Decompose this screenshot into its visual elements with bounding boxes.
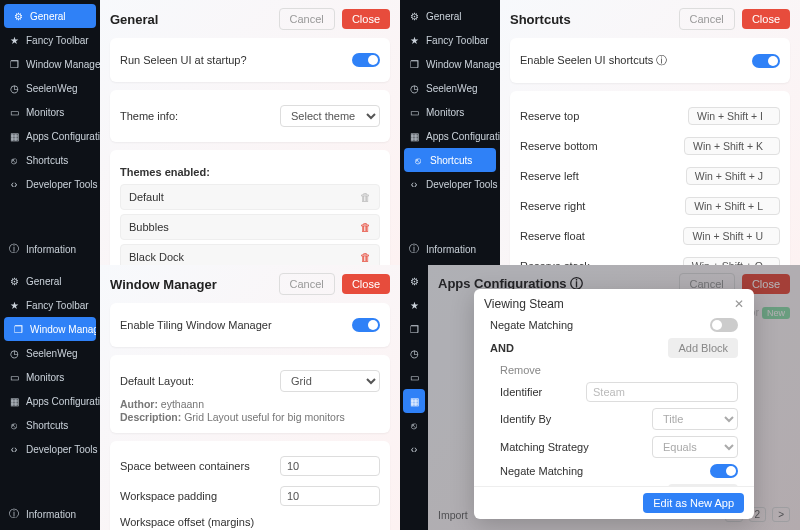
sidebar-item-monitors[interactable]: ▭Monitors: [400, 100, 500, 124]
author-value: eythaann: [161, 398, 204, 410]
shortcut-key[interactable]: Win + Shift + L: [685, 197, 780, 215]
sidebar-item-dev-tools[interactable]: ‹›Developer Tools: [0, 172, 100, 196]
sidebar-item-information[interactable]: ⓘInformation: [400, 237, 500, 261]
identify-by-select[interactable]: Title: [652, 408, 738, 430]
sidebar-item-general[interactable]: ⚙General: [400, 4, 500, 28]
sidebar-item-label: Fancy Toolbar: [26, 300, 89, 311]
close-icon[interactable]: ✕: [734, 297, 744, 311]
sidebar-item-seelenweg[interactable]: ◷SeelenWeg: [0, 76, 100, 100]
sidebar-item-dev-tools[interactable]: ‹›Developer Tools: [0, 437, 100, 461]
theme-item[interactable]: Default🗑: [120, 184, 380, 210]
sidebar-item-general[interactable]: ⚙General: [0, 269, 100, 293]
star-icon: ★: [8, 299, 20, 311]
window-icon: ❐: [12, 323, 24, 335]
sidebar-item-window-manager[interactable]: ❐Window Manager: [4, 317, 96, 341]
sidebar-item-fancy-toolbar[interactable]: ★: [400, 293, 428, 317]
theme-name: Bubbles: [129, 221, 169, 233]
sidebar-item-apps-config[interactable]: ▦Apps Configurations: [0, 124, 100, 148]
enable-wm-toggle[interactable]: [352, 318, 380, 332]
sidebar-item-label: Window Manager: [30, 324, 96, 335]
cancel-button[interactable]: Cancel: [679, 8, 735, 30]
delete-icon[interactable]: 🗑: [360, 221, 371, 233]
sidebar-item-dev-tools[interactable]: ‹›Developer Tools: [400, 172, 500, 196]
sidebar-item-apps-config[interactable]: ▦Apps Configurations: [400, 124, 500, 148]
sidebar-item-apps-config[interactable]: ▦: [403, 389, 425, 413]
sidebar-item-monitors[interactable]: ▭Monitors: [0, 100, 100, 124]
identifier-input[interactable]: [586, 382, 738, 402]
sidebar-item-fancy-toolbar[interactable]: ★Fancy Toolbar: [400, 28, 500, 52]
sidebar-item-fancy-toolbar[interactable]: ★Fancy Toolbar: [0, 293, 100, 317]
sidebar-item-window-manager[interactable]: ❐: [400, 317, 428, 341]
window-icon: ❐: [408, 58, 420, 70]
add-block-button[interactable]: Add Block: [668, 338, 738, 358]
cancel-button[interactable]: Cancel: [279, 273, 335, 295]
space-input[interactable]: [280, 456, 380, 476]
sidebar-item-general[interactable]: ⚙General: [4, 4, 96, 28]
sidebar-item-information[interactable]: ⓘInformation: [0, 237, 100, 261]
shortcut-label: Reserve left: [520, 170, 579, 182]
sidebar-item-label: Monitors: [26, 372, 64, 383]
strategy-select[interactable]: Equals: [652, 436, 738, 458]
shortcut-key[interactable]: Win + Shift + I: [688, 107, 780, 125]
sidebar-item-label: Shortcuts: [26, 155, 68, 166]
negate-toggle-2[interactable]: [710, 464, 738, 478]
shortcut-label: Reserve top: [520, 110, 579, 122]
monitor-icon: ▭: [408, 371, 420, 383]
sidebar-item-monitors[interactable]: ▭Monitors: [0, 365, 100, 389]
sidebar-item-monitors[interactable]: ▭: [400, 365, 428, 389]
theme-item[interactable]: Bubbles🗑: [120, 214, 380, 240]
sidebar: ⚙General ★Fancy Toolbar ❐Window Manager …: [0, 0, 100, 265]
layout-select[interactable]: Grid: [280, 370, 380, 392]
sidebar: ⚙General ★Fancy Toolbar ❐Window Manager …: [400, 0, 500, 265]
code-icon: ‹›: [408, 178, 420, 190]
wm-content: Window Manager Cancel Close Enable Tilin…: [100, 265, 400, 530]
theme-item[interactable]: Black Dock🗑: [120, 244, 380, 265]
themes-enabled-label: Themes enabled:: [120, 166, 380, 178]
startup-toggle[interactable]: [352, 53, 380, 67]
sidebar-item-seelenweg[interactable]: ◷SeelenWeg: [0, 341, 100, 365]
strategy-label: Matching Strategy: [500, 441, 589, 453]
shortcut-key[interactable]: Win + Shift + J: [686, 167, 780, 185]
sidebar-item-dev-tools[interactable]: ‹›: [400, 437, 428, 461]
sidebar-item-window-manager[interactable]: ❐Window Manager: [400, 52, 500, 76]
page-title: Window Manager: [110, 277, 217, 292]
startup-label: Run Seleen UI at startup?: [120, 54, 247, 66]
negate-toggle[interactable]: [710, 318, 738, 332]
close-button[interactable]: Close: [342, 9, 390, 29]
sidebar-item-fancy-toolbar[interactable]: ★Fancy Toolbar: [0, 28, 100, 52]
info-icon: ⓘ: [8, 243, 20, 255]
monitor-icon: ▭: [8, 106, 20, 118]
sidebar-item-label: Shortcuts: [430, 155, 472, 166]
sidebar-item-shortcuts[interactable]: ⎋Shortcuts: [0, 148, 100, 172]
info-icon: ⓘ: [8, 508, 20, 520]
edit-as-new-button[interactable]: Edit as New App: [643, 493, 744, 513]
sidebar-item-seelenweg[interactable]: ◷SeelenWeg: [400, 76, 500, 100]
theme-name: Black Dock: [129, 251, 184, 263]
shortcut-list: Reserve topWin + Shift + I Reserve botto…: [510, 91, 790, 265]
sidebar-item-window-manager[interactable]: ❐Window Manager: [0, 52, 100, 76]
shortcut-key[interactable]: Win + Shift + U: [683, 227, 780, 245]
remove-label[interactable]: Remove: [500, 364, 541, 376]
padding-input[interactable]: [280, 486, 380, 506]
sidebar-item-seelenweg[interactable]: ◷: [400, 341, 428, 365]
star-icon: ★: [408, 34, 420, 46]
sidebar-item-general[interactable]: ⚙: [400, 269, 428, 293]
theme-select[interactable]: Select theme: [280, 105, 380, 127]
delete-icon[interactable]: 🗑: [360, 191, 371, 203]
delete-icon[interactable]: 🗑: [360, 251, 371, 263]
sidebar-item-shortcuts[interactable]: ⎋Shortcuts: [404, 148, 496, 172]
close-button[interactable]: Close: [742, 9, 790, 29]
sidebar-item-label: Fancy Toolbar: [26, 35, 89, 46]
enable-shortcuts-label: Enable Seelen UI shortcuts ⓘ: [520, 53, 667, 68]
sidebar-item-label: Apps Configurations: [426, 131, 500, 142]
apps-icon: ▦: [8, 395, 20, 407]
enable-shortcuts-toggle[interactable]: [752, 54, 780, 68]
close-button[interactable]: Close: [342, 274, 390, 294]
shortcut-key[interactable]: Win + Shift + K: [684, 137, 780, 155]
sidebar-item-shortcuts[interactable]: ⎋Shortcuts: [0, 413, 100, 437]
sidebar-item-shortcuts[interactable]: ⎋: [400, 413, 428, 437]
cancel-button[interactable]: Cancel: [279, 8, 335, 30]
sidebar-item-information[interactable]: ⓘInformation: [0, 502, 100, 526]
sidebar-item-apps-config[interactable]: ▦Apps Configurations: [0, 389, 100, 413]
shortcut-key[interactable]: Win + Shift + O: [683, 257, 780, 265]
